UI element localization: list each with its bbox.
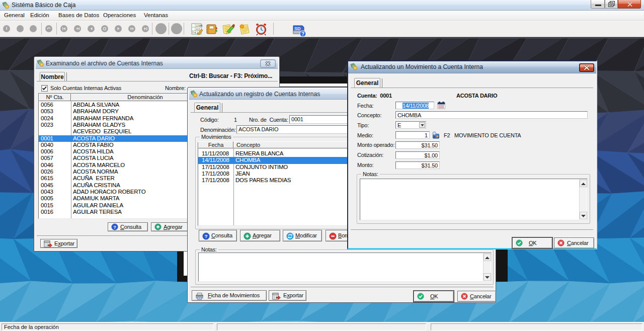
svg-text:SD: SD [294,26,301,31]
svg-text:0.2: 0.2 [196,28,200,31]
svg-text:?: ? [113,225,116,230]
svg-text:2.546: 2.546 [196,24,203,27]
svg-text:?: ? [301,31,304,37]
svg-text:?: ? [204,233,207,239]
svg-text:T = 2: T = 2 [192,31,198,34]
